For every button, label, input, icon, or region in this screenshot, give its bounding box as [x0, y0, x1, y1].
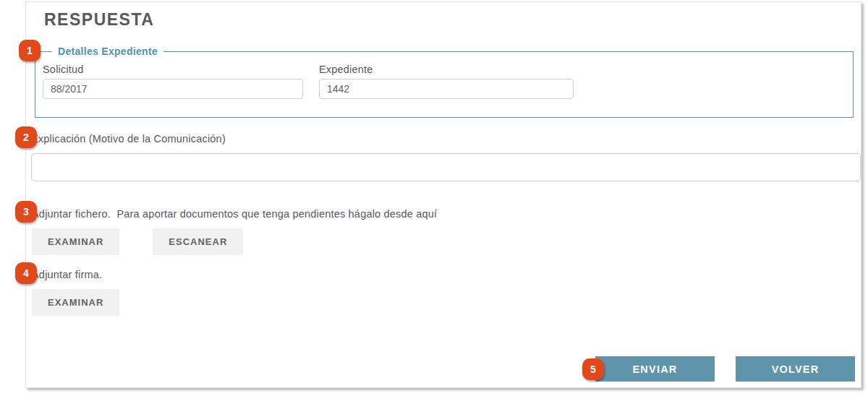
- adjuntar-firma-label: Adjuntar firma.: [32, 269, 119, 280]
- adjuntar-fichero-buttons: EXAMINAR ESCANEAR: [32, 228, 437, 255]
- escanear-button[interactable]: ESCANEAR: [153, 228, 243, 255]
- step-badge-5: 5: [582, 358, 604, 380]
- expediente-field-group: Expediente: [319, 64, 574, 99]
- adjuntar-fichero-label: Adjuntar fichero. Para aportar documento…: [32, 208, 437, 220]
- detalles-fields-row: Solicitud Expediente: [43, 64, 846, 99]
- solicitud-label: Solicitud: [43, 64, 303, 75]
- adjuntar-fichero-section: Adjuntar fichero. Para aportar documento…: [32, 208, 437, 255]
- footer-actions: ENVIAR VOLVER: [595, 356, 855, 382]
- step-badge-2: 2: [15, 126, 37, 148]
- detalles-expediente-fieldset: Detalles Expediente Solicitud Expediente: [35, 46, 854, 118]
- explicacion-input[interactable]: [31, 153, 861, 181]
- examinar-fichero-button[interactable]: EXAMINAR: [32, 228, 119, 255]
- page-title: RESPUESTA: [44, 10, 154, 30]
- step-badge-1: 1: [19, 40, 41, 61]
- explicacion-label: Explicación (Motivo de la Comunicación): [31, 133, 861, 145]
- fieldset-legend: Detalles Expediente: [52, 46, 163, 57]
- expediente-label: Expediente: [319, 64, 574, 75]
- expediente-input[interactable]: [319, 79, 574, 99]
- examinar-firma-button[interactable]: EXAMINAR: [32, 289, 119, 316]
- explicacion-section: Explicación (Motivo de la Comunicación): [31, 133, 861, 181]
- step-badge-3: 3: [15, 201, 37, 223]
- solicitud-field-group: Solicitud: [43, 64, 303, 99]
- step-badge-4: 4: [15, 262, 37, 284]
- respuesta-panel: RESPUESTA Detalles Expediente Solicitud …: [25, 1, 861, 388]
- adjuntar-firma-buttons: EXAMINAR: [32, 289, 119, 316]
- volver-button[interactable]: VOLVER: [736, 356, 855, 382]
- adjuntar-firma-section: Adjuntar firma. EXAMINAR: [32, 269, 119, 316]
- enviar-button[interactable]: ENVIAR: [595, 356, 715, 382]
- solicitud-input[interactable]: [43, 79, 303, 99]
